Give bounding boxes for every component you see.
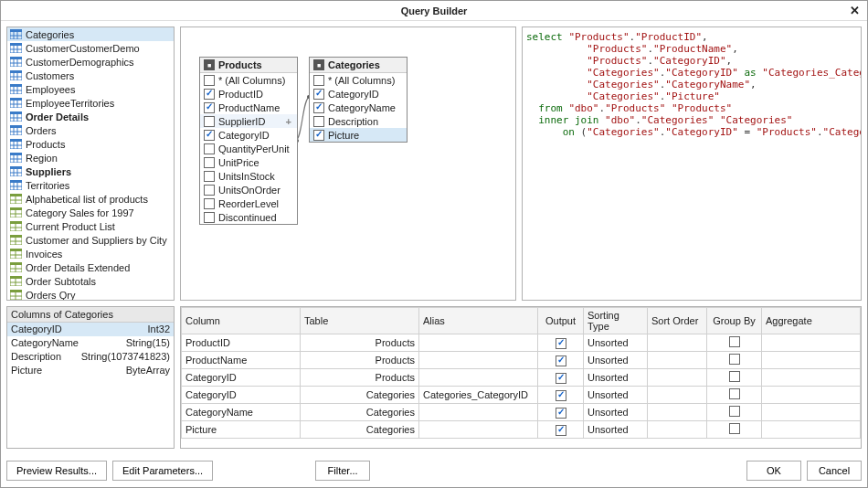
grid-cell-groupby[interactable]	[707, 369, 762, 387]
grid-cell-column[interactable]: ProductID	[182, 334, 301, 352]
object-list-item[interactable]: Order Details Extended	[7, 260, 174, 274]
object-list-item[interactable]: Orders Qry	[7, 288, 174, 301]
table-node-column[interactable]: Description	[310, 114, 407, 128]
object-list-item[interactable]: Current Product List	[7, 219, 174, 233]
grid-header[interactable]: Table	[301, 308, 419, 334]
grid-cell-sorting[interactable]: Unsorted	[584, 421, 648, 439]
preview-results-button[interactable]: Preview Results...	[6, 461, 107, 481]
column-checkbox[interactable]	[204, 143, 215, 154]
grid-cell-output[interactable]	[538, 352, 584, 369]
object-list-item[interactable]: Order Details	[7, 110, 174, 123]
grid-cell-alias[interactable]	[419, 352, 538, 369]
group-checkbox[interactable]	[729, 354, 740, 365]
grid-cell-output[interactable]	[538, 404, 584, 421]
object-list-item[interactable]: Territories	[7, 178, 174, 192]
grid-cell-groupby[interactable]	[707, 334, 762, 352]
table-node-column[interactable]: ProductID	[200, 87, 297, 101]
table-node-column[interactable]: ProductName	[200, 101, 297, 114]
output-checkbox[interactable]	[556, 408, 566, 419]
column-checkbox[interactable]	[204, 185, 215, 196]
column-checkbox[interactable]	[204, 212, 215, 223]
grid-cell-table[interactable]: Categories	[301, 387, 419, 404]
grid-cell-sortorder[interactable]	[648, 352, 707, 369]
table-node-column[interactable]: CategoryID	[310, 87, 407, 101]
grid-cell-aggregate[interactable]	[762, 387, 861, 404]
grid-row[interactable]: CategoryIDProductsUnsorted	[182, 369, 861, 387]
table-node-column[interactable]: * (All Columns)	[200, 73, 297, 87]
group-checkbox[interactable]	[729, 388, 740, 399]
designer-surface[interactable]: Products* (All Columns)ProductIDProductN…	[180, 27, 516, 301]
grid-cell-sorting[interactable]: Unsorted	[584, 352, 648, 369]
grid-cell-aggregate[interactable]	[762, 334, 861, 352]
columns-panel-row[interactable]: PictureByteArray	[7, 364, 174, 377]
object-list[interactable]: CategoriesCustomerCustomerDemoCustomerDe…	[6, 27, 175, 301]
output-checkbox[interactable]	[556, 373, 566, 384]
column-checkbox[interactable]	[313, 102, 324, 113]
object-list-item[interactable]: Customer and Suppliers by City	[7, 233, 174, 247]
group-checkbox[interactable]	[729, 406, 740, 417]
table-node-column[interactable]: QuantityPerUnit	[200, 142, 297, 155]
column-checkbox[interactable]	[204, 171, 215, 182]
column-checkbox[interactable]	[313, 89, 324, 100]
edit-parameters-button[interactable]: Edit Parameters...	[112, 461, 213, 481]
columns-panel-row[interactable]: DescriptionString(1073741823)	[7, 350, 174, 364]
table-node-column[interactable]: SupplierID+	[200, 114, 297, 128]
grid-cell-alias[interactable]	[419, 334, 538, 352]
column-checkbox[interactable]	[204, 102, 215, 113]
grid-row[interactable]: CategoryIDCategoriesCategories_CategoryI…	[182, 387, 861, 404]
table-node-column[interactable]: * (All Columns)	[310, 73, 407, 87]
columns-panel-row[interactable]: CategoryIDInt32	[7, 323, 174, 336]
table-node-column[interactable]: UnitsOnOrder	[200, 183, 297, 196]
grid-cell-output[interactable]	[538, 421, 584, 439]
table-node-column[interactable]: CategoryName	[310, 101, 407, 114]
grid-cell-table[interactable]: Categories	[301, 404, 419, 421]
object-list-item[interactable]: CustomerCustomerDemo	[7, 41, 174, 55]
grid-cell-sortorder[interactable]	[648, 369, 707, 387]
object-list-item[interactable]: Invoices	[7, 247, 174, 260]
grid-row[interactable]: ProductNameProductsUnsorted	[182, 352, 861, 369]
column-checkbox[interactable]	[204, 89, 215, 100]
object-list-item[interactable]: Employees	[7, 82, 174, 96]
column-checkbox[interactable]	[313, 116, 324, 127]
grid-cell-sortorder[interactable]	[648, 421, 707, 439]
table-node-column[interactable]: Picture	[310, 128, 407, 142]
columns-panel-row[interactable]: CategoryNameString(15)	[7, 336, 174, 350]
grid-header[interactable]: Aggregate	[762, 308, 861, 334]
output-checkbox[interactable]	[556, 425, 566, 436]
grid-cell-groupby[interactable]	[707, 404, 762, 421]
object-list-item[interactable]: Suppliers	[7, 164, 174, 178]
output-checkbox[interactable]	[556, 355, 566, 366]
column-checkbox[interactable]	[204, 75, 215, 86]
grid-cell-sorting[interactable]: Unsorted	[584, 404, 648, 421]
grid-cell-column[interactable]: CategoryID	[182, 369, 301, 387]
grid-cell-table[interactable]: Products	[301, 369, 419, 387]
grid-cell-alias[interactable]	[419, 369, 538, 387]
table-node-products[interactable]: Products* (All Columns)ProductIDProductN…	[199, 57, 298, 225]
grid-cell-alias[interactable]	[419, 404, 538, 421]
table-node-column[interactable]: UnitsInStock	[200, 169, 297, 183]
grid-cell-column[interactable]: CategoryID	[182, 387, 301, 404]
grid-row[interactable]: ProductIDProductsUnsorted	[182, 334, 861, 352]
columns-panel-body[interactable]: CategoryIDInt32CategoryNameString(15)Des…	[7, 323, 174, 448]
object-list-item[interactable]: Customers	[7, 69, 174, 82]
grid-cell-sorting[interactable]: Unsorted	[584, 387, 648, 404]
object-list-item[interactable]: CustomerDemographics	[7, 55, 174, 69]
object-list-item[interactable]: Category Sales for 1997	[7, 206, 174, 219]
ok-button[interactable]: OK	[746, 461, 801, 481]
object-list-item[interactable]: Order Subtotals	[7, 274, 174, 288]
output-checkbox[interactable]	[556, 338, 566, 349]
grid-cell-alias[interactable]: Categories_CategoryID	[419, 387, 538, 404]
plus-icon[interactable]: +	[286, 116, 293, 127]
group-checkbox[interactable]	[729, 371, 740, 382]
column-checkbox[interactable]	[204, 130, 215, 141]
object-list-item[interactable]: Region	[7, 151, 174, 164]
grid-cell-sorting[interactable]: Unsorted	[584, 334, 648, 352]
grid-header[interactable]: Alias	[419, 308, 538, 334]
grid-cell-sortorder[interactable]	[648, 334, 707, 352]
grid-cell-sortorder[interactable]	[648, 404, 707, 421]
grid-cell-output[interactable]	[538, 334, 584, 352]
grid-cell-groupby[interactable]	[707, 421, 762, 439]
grid-header[interactable]: Output	[538, 308, 584, 334]
column-checkbox[interactable]	[204, 198, 215, 209]
column-checkbox[interactable]	[204, 116, 215, 127]
